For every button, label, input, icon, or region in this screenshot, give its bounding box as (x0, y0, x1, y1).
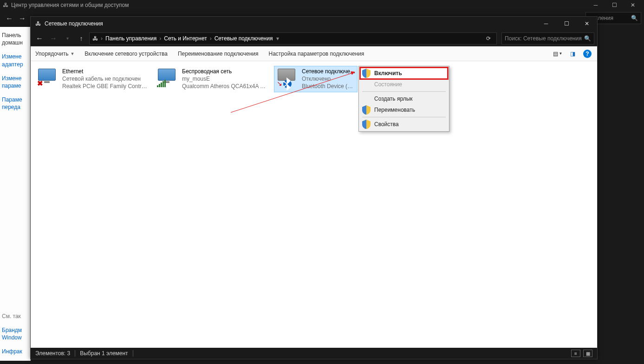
refresh-button[interactable]: ⟳ (483, 35, 494, 42)
parent-sidebar: Панель домашн Измене адаптер Измене пара… (0, 27, 31, 361)
ctx-enable[interactable]: Включить (360, 68, 448, 79)
search-icon: 🔍 (584, 35, 591, 42)
enable-device-button[interactable]: Включение сетевого устройства (85, 51, 168, 57)
minimize-button[interactable]: ─ (536, 17, 556, 31)
menu-separator (362, 91, 446, 92)
connection-ethernet[interactable]: ✖ Ethernet Сетевой кабель не подключен R… (34, 66, 150, 92)
disconnected-x-icon: ✖ (36, 80, 44, 87)
connection-settings-button[interactable]: Настройка параметров подключения (269, 51, 364, 57)
sidebar-sharing-2[interactable]: параме (2, 82, 28, 89)
help-icon: ? (583, 50, 592, 58)
preview-pane-icon: ◨ (570, 51, 575, 57)
window-titlebar[interactable]: 🖧 Сетевые подключения ─ ☐ ✕ (31, 17, 597, 31)
sidebar-see-also: См. так (2, 313, 28, 320)
parent-forward-button[interactable]: → (16, 12, 29, 25)
conn-name: Беспроводная сеть (182, 68, 268, 75)
search-placeholder: Поиск: Сетевые подключения (505, 35, 582, 42)
network-connections-icon: 🖧 (34, 20, 42, 27)
chevron-right-icon: › (159, 35, 161, 42)
enable-label: Включение сетевого устройства (85, 51, 168, 57)
ctx-status-label: Состояние (374, 81, 402, 88)
rename-connection-button[interactable]: Переименование подключения (178, 51, 259, 57)
conn-adapter: Realtek PCIe GBE Family Controller (62, 83, 149, 90)
settings-label: Настройка параметров подключения (269, 51, 364, 57)
signal-bars-icon (157, 80, 166, 87)
chevron-down-icon: ▼ (70, 51, 74, 56)
sidebar-sharing-1[interactable]: Измене (2, 75, 28, 82)
maximize-button[interactable]: ☐ (556, 17, 577, 31)
help-button[interactable]: ? (582, 49, 592, 59)
ctx-enable-label: Включить (374, 70, 402, 77)
up-button[interactable]: ↑ (75, 32, 87, 45)
status-separator (133, 350, 133, 357)
close-button[interactable]: ✕ (577, 17, 597, 31)
connection-wireless[interactable]: Беспроводная сеть my_mousE Qualcomm Athe… (154, 66, 270, 92)
details-view-button[interactable]: ≡ (571, 350, 580, 357)
rename-label: Переименование подключения (178, 51, 259, 57)
status-selected-count: Выбран 1 элемент (80, 350, 128, 357)
nav-row: ← → ▾ ↑ 🖧 › Панель управления › Сеть и И… (31, 31, 597, 46)
details-view-icon: ≡ (574, 351, 577, 356)
tiles-view-button[interactable]: ▦ (583, 350, 592, 357)
toolbar: Упорядочить ▼ Включение сетевого устройс… (31, 46, 597, 61)
back-button[interactable]: ← (33, 32, 46, 45)
ctx-shortcut-label: Создать ярлык (374, 96, 413, 102)
window-title: Сетевые подключения (45, 20, 103, 27)
ctx-rename[interactable]: Переименовать (360, 104, 448, 115)
ethernet-icon: ✖ (36, 68, 59, 87)
address-bar[interactable]: 🖧 › Панель управления › Сеть и Интернет … (89, 32, 497, 45)
connection-bluetooth[interactable]: ↘ Сетевое подключение Отключено Bluetoot… (274, 66, 358, 92)
conn-adapter: Qualcomm Atheros QCA61x4A W… (182, 83, 268, 90)
sidebar-firewall-1[interactable]: Брандм (2, 326, 28, 334)
ctx-rename-label: Переименовать (374, 107, 415, 113)
context-menu: Включить Состояние Создать ярлык Переиме… (358, 66, 449, 132)
search-box[interactable]: Поиск: Сетевые подключения 🔍 (501, 32, 594, 45)
ctx-create-shortcut[interactable]: Создать ярлык (360, 93, 448, 104)
status-bar: Элементов: 3 Выбран 1 элемент ≡ ▦ (31, 348, 597, 359)
organize-menu[interactable]: Упорядочить ▼ (35, 51, 74, 57)
chevron-down-icon: ▼ (559, 51, 563, 56)
conn-status: my_mousE (182, 75, 268, 83)
breadcrumb-level2[interactable]: Сетевые подключения (215, 35, 273, 42)
breadcrumb-root[interactable]: Панель управления (105, 35, 156, 42)
content-area[interactable]: ✖ Ethernet Сетевой кабель не подключен R… (31, 61, 597, 348)
status-item-count: Элементов: 3 (35, 350, 70, 357)
disabled-arrow-icon: ↘ (276, 80, 283, 87)
sidebar-adapter-2[interactable]: адаптер (2, 61, 28, 68)
parent-back-button[interactable]: ← (3, 12, 16, 25)
parent-minimize-button[interactable]: ─ (586, 0, 605, 10)
search-icon: 🔍 (631, 15, 638, 21)
menu-separator (362, 117, 446, 117)
breadcrumb-level1[interactable]: Сеть и Интернет (164, 35, 207, 42)
sidebar-adapter-1[interactable]: Измене (2, 53, 28, 60)
ctx-properties-label: Свойства (374, 121, 399, 128)
shield-icon (362, 105, 371, 115)
organize-label: Упорядочить (35, 51, 68, 57)
parent-maximize-button[interactable]: ☐ (605, 0, 624, 10)
conn-status: Сетевой кабель не подключен (62, 75, 149, 83)
address-dropdown[interactable]: ▾ (274, 35, 281, 42)
bluetooth-connection-icon: ↘ (276, 68, 298, 87)
parent-close-button[interactable]: ✕ (624, 0, 642, 10)
network-connections-window: 🖧 Сетевые подключения ─ ☐ ✕ ← → ▾ ↑ 🖧 › … (30, 16, 598, 359)
sidebar-streaming-2[interactable]: переда (2, 103, 28, 111)
sidebar-infrared[interactable]: Инфрак (2, 348, 28, 355)
view-options-button[interactable]: ▤ ▼ (553, 49, 563, 59)
control-panel-icon: 🖧 (92, 35, 98, 42)
conn-name: Ethernet (62, 68, 149, 75)
parent-title: Центр управления сетями и общим доступом (11, 2, 129, 8)
control-panel-icon: 🖧 (3, 2, 8, 8)
conn-status: Отключено (302, 75, 356, 83)
chevron-right-icon: › (210, 35, 212, 42)
history-dropdown[interactable]: ▾ (61, 32, 73, 45)
preview-pane-button[interactable]: ◨ (567, 49, 578, 59)
forward-button[interactable]: → (47, 32, 59, 45)
shield-icon (362, 69, 371, 78)
sidebar-streaming-1[interactable]: Параме (2, 96, 28, 103)
ctx-status: Состояние (360, 79, 448, 90)
ctx-properties[interactable]: Свойства (360, 119, 448, 130)
sidebar-home-2: домашн (2, 39, 28, 46)
chevron-right-icon: › (101, 35, 103, 42)
tiles-view-icon: ▦ (586, 351, 590, 356)
sidebar-firewall-2[interactable]: Window (2, 334, 28, 341)
